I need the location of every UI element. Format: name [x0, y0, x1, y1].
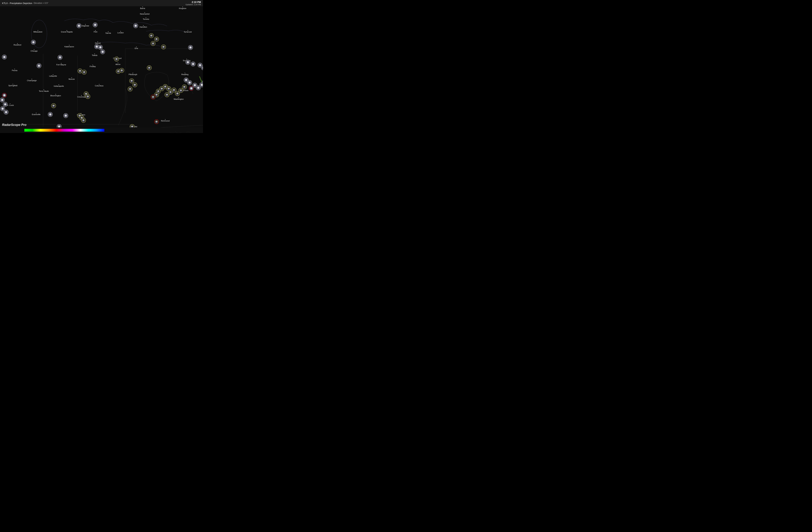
svg-point-534 [189, 81, 190, 82]
city-dot [14, 69, 15, 69]
weather-station[interactable] [100, 49, 105, 54]
weather-station[interactable] [149, 33, 154, 38]
svg-point-198 [200, 66, 200, 67]
svg-line-615 [156, 122, 157, 123]
svg-point-520 [190, 88, 190, 89]
svg-point-32 [95, 24, 96, 24]
city-dot [61, 63, 61, 64]
svg-point-182 [188, 63, 188, 64]
svg-point-528 [193, 85, 194, 86]
weather-station[interactable] [37, 63, 41, 68]
weather-station[interactable] [186, 60, 190, 65]
weather-station[interactable] [2, 55, 7, 59]
city-dot [38, 30, 38, 31]
city-dot [34, 49, 34, 50]
svg-point-339 [4, 108, 4, 109]
weather-station[interactable] [3, 102, 8, 107]
svg-line-133 [116, 60, 117, 60]
city-dot [165, 119, 165, 120]
weather-station[interactable] [201, 65, 203, 70]
current-time: 2:10 PM [186, 1, 201, 3]
svg-point-336 [2, 107, 3, 108]
svg-point-518 [191, 87, 192, 87]
svg-point-329 [5, 105, 5, 106]
svg-rect-0 [0, 0, 203, 133]
weather-station[interactable] [154, 37, 159, 42]
svg-point-25 [79, 27, 79, 27]
svg-point-542 [186, 78, 187, 79]
svg-point-124 [100, 46, 101, 46]
svg-point-321 [2, 101, 3, 102]
weather-station[interactable] [154, 119, 159, 124]
weather-station[interactable] [51, 103, 56, 108]
svg-point-40 [135, 24, 136, 25]
weather-station[interactable] [114, 57, 119, 61]
svg-point-190 [193, 65, 193, 65]
color-scale-bar [0, 128, 203, 133]
precipitation-scale [24, 129, 104, 132]
svg-line-307 [54, 106, 54, 107]
weather-station[interactable] [93, 23, 98, 27]
svg-point-345 [6, 113, 6, 114]
weather-station[interactable] [151, 41, 156, 46]
city-dot [32, 79, 32, 79]
weather-station[interactable] [164, 92, 170, 97]
svg-point-189 [193, 63, 193, 63]
weather-station[interactable] [128, 87, 133, 91]
weather-station[interactable] [76, 23, 82, 28]
weather-station[interactable] [98, 45, 103, 50]
svg-point-545 [187, 80, 188, 80]
weather-station[interactable] [31, 40, 36, 45]
svg-line-277 [79, 72, 79, 72]
weather-station[interactable] [161, 45, 166, 49]
svg-point-43 [137, 26, 137, 26]
weather-station[interactable] [119, 68, 124, 73]
weather-station[interactable] [147, 65, 152, 70]
svg-point-521 [192, 88, 193, 89]
city-dot [108, 31, 108, 32]
svg-rect-482 [164, 87, 166, 87]
city-dot [92, 65, 93, 65]
svg-point-94 [59, 57, 59, 58]
weather-station[interactable] [184, 77, 189, 83]
svg-point-544 [185, 80, 185, 80]
svg-line-443 [181, 91, 182, 91]
weather-station[interactable] [58, 55, 62, 60]
weather-station[interactable] [132, 83, 137, 87]
city-dot [36, 113, 37, 113]
weather-station[interactable] [0, 98, 5, 102]
svg-rect-61 [153, 43, 154, 44]
weather-station[interactable] [188, 45, 193, 50]
svg-point-76 [190, 46, 191, 47]
city-dot [183, 7, 183, 7]
svg-line-71 [164, 48, 164, 48]
weather-station[interactable] [4, 110, 9, 115]
city-dot [98, 42, 98, 42]
city-dot [187, 59, 187, 59]
svg-point-550 [198, 86, 199, 87]
weather-station[interactable] [133, 23, 138, 28]
svg-point-337 [2, 110, 3, 110]
svg-line-153 [148, 69, 149, 69]
weather-station[interactable] [85, 94, 90, 99]
svg-point-33 [95, 26, 96, 26]
city-dot [44, 90, 44, 90]
svg-rect-433 [184, 87, 185, 87]
weather-station[interactable] [191, 61, 195, 66]
svg-point-26 [77, 26, 78, 26]
header-left: KTLX - Precipitation Depiction Elevation… [2, 2, 48, 4]
svg-line-434 [184, 88, 184, 88]
weather-station[interactable] [48, 112, 53, 117]
svg-point-315 [5, 95, 6, 95]
svg-rect-461 [170, 92, 171, 93]
weather-station[interactable] [82, 70, 87, 75]
svg-rect-54 [156, 39, 157, 40]
weather-station[interactable] [63, 113, 68, 118]
svg-line-512 [153, 98, 153, 98]
weather-station[interactable] [81, 118, 86, 123]
svg-point-552 [197, 88, 198, 88]
weather-station[interactable] [202, 80, 203, 85]
weather-station[interactable] [2, 93, 7, 98]
weather-station[interactable] [151, 94, 156, 100]
svg-line-492 [162, 89, 162, 90]
